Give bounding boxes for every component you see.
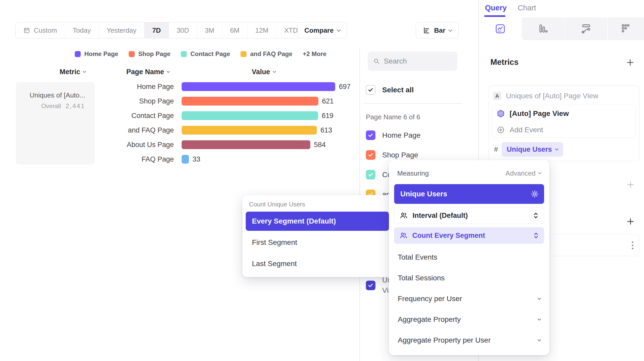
chevron-down-icon <box>448 27 453 32</box>
option-every-segment[interactable]: Every Segment (Default) <box>246 212 389 231</box>
bar-shop-page[interactable] <box>182 97 318 106</box>
chevron-down-icon <box>555 147 558 150</box>
column-header-page-name[interactable]: Page Name <box>119 68 176 76</box>
table-row: Contact Page 619 <box>0 108 358 123</box>
column-header-metric[interactable]: Metric <box>44 68 101 76</box>
gear-icon[interactable] <box>531 190 539 198</box>
select-all-checkbox[interactable] <box>366 85 375 95</box>
date-range-yesterday[interactable]: Yesterday <box>99 23 145 38</box>
option-last-segment[interactable]: Last Segment <box>246 254 389 273</box>
measuring-popover: Measuring Advanced Unique Users Interval… <box>389 160 549 355</box>
tab-retention-chart[interactable] <box>608 17 644 40</box>
bar-about-us-page[interactable] <box>182 140 310 149</box>
legend-item[interactable]: and FAQ Page <box>241 50 292 58</box>
date-range-12m[interactable]: 12M <box>248 23 277 38</box>
date-range-6m[interactable]: 6M <box>222 23 248 38</box>
add-filter-button[interactable] <box>626 180 635 190</box>
line-chart-icon <box>495 23 506 34</box>
chart-type-selector[interactable]: Bar <box>416 22 459 38</box>
dots-grid-icon <box>620 23 632 34</box>
plus-icon <box>626 217 635 226</box>
table-row: About Us Page 584 <box>0 137 358 152</box>
add-breakdown-button[interactable] <box>626 217 635 227</box>
plus-icon <box>626 180 635 189</box>
date-range-30d[interactable]: 30D <box>169 23 197 38</box>
legend-item[interactable]: Home Page <box>75 50 118 58</box>
tab-chart[interactable]: Chart <box>518 4 536 12</box>
column-header-value[interactable]: Value <box>235 68 292 76</box>
flow-icon <box>580 23 592 34</box>
metric-card-title: Uniques of [Auto] Page View <box>506 92 598 100</box>
date-range-label: Custom <box>34 26 57 34</box>
measure-pill[interactable]: Unique Users <box>502 142 563 157</box>
row-label: About Us Page <box>0 141 174 149</box>
option-aggregate-property-per-user[interactable]: Aggregate Property per User <box>394 330 544 351</box>
bar-faq-page[interactable] <box>182 155 189 164</box>
event-row[interactable]: [Auto] Page View <box>492 105 635 122</box>
calendar-icon <box>23 27 30 34</box>
segment-popover: Count Unique Users Every Segment (Defaul… <box>242 195 392 277</box>
hash-prefix: # <box>494 145 498 154</box>
search-icon <box>373 58 380 65</box>
row-label: FAQ Page <box>0 155 174 163</box>
option-frequency-per-user[interactable]: Frequency per User <box>394 288 544 309</box>
people-icon <box>399 231 408 240</box>
tab-funnels-chart[interactable] <box>522 17 565 40</box>
compare-button[interactable]: Compare <box>297 22 347 38</box>
chevron-down-icon <box>83 70 86 73</box>
metric-card-header[interactable]: A Uniques of [Auto] Page View <box>489 86 639 100</box>
date-range-3m[interactable]: 3M <box>197 23 222 38</box>
hexagon-icon <box>497 109 505 118</box>
tab-query[interactable]: Query <box>485 4 507 12</box>
add-event-row[interactable]: Add Event <box>492 122 635 138</box>
plus-icon <box>626 58 635 67</box>
tab-flows-chart[interactable] <box>565 17 607 40</box>
option-total-sessions[interactable]: Total Sessions <box>394 268 544 288</box>
date-range-7d[interactable]: 7D <box>145 23 169 38</box>
row-value: 619 <box>322 112 333 120</box>
option-first-segment[interactable]: First Segment <box>246 233 389 252</box>
segment-popover-title: Count Unique Users <box>246 200 389 212</box>
checkmark-icon <box>368 87 373 92</box>
search-input[interactable] <box>384 57 452 65</box>
table-row: Shop Page 621 <box>0 94 358 108</box>
advanced-dropdown[interactable]: Advanced <box>505 169 541 177</box>
checkbox[interactable] <box>366 150 375 160</box>
chevron-down-icon <box>273 70 276 73</box>
option-aggregate-property[interactable]: Aggregate Property <box>394 309 544 330</box>
table-row: and FAQ Page 613 <box>0 123 358 137</box>
legend-swatch <box>241 51 246 57</box>
active-tab-underline <box>484 15 505 17</box>
kebab-icon[interactable] <box>632 241 633 249</box>
filter-item-shop-page[interactable]: Shop Page <box>366 150 418 160</box>
interval-selector[interactable]: Interval (Default) <box>394 207 544 224</box>
checkbox[interactable] <box>366 170 375 179</box>
checkbox[interactable] <box>366 130 375 140</box>
filter-item-home-page[interactable]: Home Page <box>366 130 421 140</box>
legend-swatch <box>181 51 187 57</box>
date-range-today[interactable]: Today <box>65 23 99 38</box>
count-mode-selector[interactable]: Count Every Segment <box>394 227 544 244</box>
checkbox[interactable] <box>366 281 375 290</box>
legend-more-button[interactable]: +2 More <box>303 50 326 58</box>
bar-contact-page[interactable] <box>182 111 318 120</box>
legend-item[interactable]: Shop Page <box>129 50 170 58</box>
selected-measure-unique-users[interactable]: Unique Users <box>394 184 544 204</box>
chevron-down-icon <box>167 70 170 73</box>
chevron-down-icon <box>538 338 541 341</box>
legend-item[interactable]: Contact Page <box>181 50 230 58</box>
date-range-custom[interactable]: Custom <box>16 23 65 38</box>
measure-options-list: Total Events Total Sessions Frequency pe… <box>394 247 544 351</box>
bar-and-faq-page[interactable] <box>182 126 317 135</box>
chevron-down-icon <box>337 27 341 32</box>
table-row: FAQ Page 33 <box>0 152 358 166</box>
hbar-chart-icon <box>423 26 430 34</box>
sort-icon <box>533 212 539 219</box>
option-total-events[interactable]: Total Events <box>394 247 544 268</box>
select-all-row[interactable]: Select all <box>366 85 414 95</box>
tab-insights-chart[interactable] <box>479 17 522 40</box>
add-metric-button[interactable] <box>626 58 635 68</box>
bar-home-page[interactable] <box>182 82 335 91</box>
bar-columns-icon <box>538 23 549 34</box>
row-value: 584 <box>314 141 326 149</box>
